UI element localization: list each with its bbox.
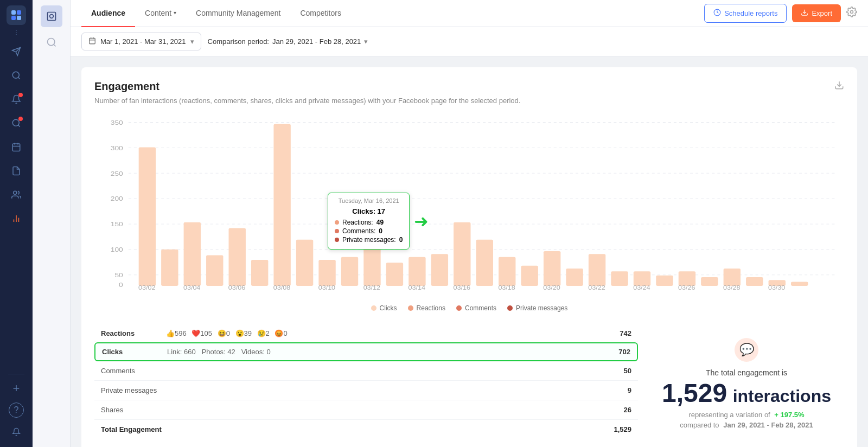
settings-button[interactable]: [846, 7, 857, 20]
sidebar-item-help[interactable]: ?: [9, 403, 24, 418]
private-messages-row: Private messages 9: [94, 381, 638, 400]
panel-icon-page[interactable]: [41, 5, 62, 27]
wow-emoji: 😮: [235, 329, 244, 337]
tab-community[interactable]: Community Management: [186, 0, 290, 27]
comments-row: Comments 50: [94, 361, 638, 381]
svg-text:03/26: 03/26: [678, 284, 695, 291]
export-button[interactable]: Export: [792, 4, 841, 22]
tab-competitors[interactable]: Competitors: [290, 0, 350, 27]
sidebar-item-send[interactable]: [7, 42, 26, 61]
svg-text:03/14: 03/14: [409, 284, 426, 291]
svg-rect-51: [273, 124, 290, 286]
content-area: Engagement Number of fan interactions (r…: [71, 56, 868, 447]
legend-private: Private messages: [507, 304, 567, 312]
svg-text:03/30: 03/30: [768, 284, 786, 291]
svg-text:150: 150: [111, 220, 123, 228]
summary-compare: compared to Jan 29, 2021 - Feb 28, 2021: [680, 421, 813, 429]
legend-clicks-label: Clicks: [380, 304, 397, 312]
svg-rect-48: [206, 256, 223, 286]
summary-variation: + 197.5%: [774, 411, 804, 419]
sidebar-item-users[interactable]: [7, 185, 26, 205]
bottom-section: Reactions 👍596 ❤️105 😆0 😮39 😢2 😡0 742: [94, 325, 844, 442]
svg-point-20: [47, 39, 54, 46]
left-panel: [33, 0, 71, 447]
svg-text:0: 0: [119, 281, 123, 289]
date-range-picker[interactable]: Mar 1, 2021 - Mar 31, 2021 ▾: [81, 33, 201, 50]
schedule-icon: [713, 9, 721, 18]
summary-sub: representing a variation of + 197.5%: [688, 411, 804, 419]
sidebar-item-calendar[interactable]: [7, 137, 26, 157]
engagement-chart[interactable]: 350 300 250 200 150 100 50 0: [94, 117, 844, 296]
svg-text:03/22: 03/22: [588, 284, 605, 291]
svg-rect-47: [184, 222, 201, 286]
summary-card: 💬 The total engagement is 1,529 interact…: [649, 325, 844, 442]
svg-rect-46: [161, 250, 178, 286]
sidebar-item-notifications[interactable]: [7, 90, 26, 109]
summary-number: 1,529: [662, 379, 727, 407]
sidebar: ⋮ + ?: [0, 0, 33, 447]
download-chart-button[interactable]: [834, 80, 844, 93]
comments-label: Comments: [101, 367, 624, 375]
chart-title: Engagement: [94, 80, 520, 93]
panel-icon-search[interactable]: [41, 31, 62, 53]
svg-rect-64: [566, 269, 583, 286]
shares-row: Shares 26: [94, 400, 638, 420]
main-content: Audience Content ▾ Community Management …: [71, 0, 868, 447]
sidebar-item-planner[interactable]: [7, 161, 26, 181]
sidebar-item-bell[interactable]: [7, 422, 26, 442]
tooltip-reactions: Reactions: 49: [335, 219, 403, 226]
chart-legend: Clicks Reactions Comments Private messag…: [94, 304, 844, 312]
haha-emoji: 😆: [218, 329, 226, 337]
sidebar-item-explore[interactable]: [7, 113, 26, 133]
svg-text:100: 100: [111, 246, 123, 253]
svg-text:03/24: 03/24: [633, 284, 650, 291]
tooltip-private: Private messages: 0: [335, 236, 403, 244]
sidebar-item-analytics[interactable]: [7, 209, 26, 228]
summary-unit: interactions: [733, 386, 831, 406]
tooltip-arrow: ➜: [414, 213, 429, 230]
total-engagement-row: Total Engagement 1,529: [94, 420, 638, 439]
date-picker-arrow: ▾: [190, 37, 194, 46]
svg-rect-66: [611, 271, 628, 286]
svg-text:03/06: 03/06: [228, 284, 245, 291]
tab-audience[interactable]: Audience: [81, 0, 135, 27]
love-emoji: ❤️: [192, 329, 200, 337]
svg-rect-69: [679, 271, 695, 286]
total-label: Total Engagement: [101, 425, 614, 433]
sidebar-logo[interactable]: [7, 5, 26, 25]
svg-text:200: 200: [111, 195, 123, 203]
svg-point-24: [851, 11, 853, 14]
comparison-period[interactable]: Comparison period: Jan 29, 2021 - Feb 28…: [208, 37, 368, 46]
angry-emoji: 😡: [275, 329, 283, 337]
svg-point-8: [12, 119, 19, 126]
svg-text:03/04: 03/04: [183, 284, 201, 291]
schedule-reports-label: Schedule reports: [724, 9, 777, 17]
schedule-reports-button[interactable]: Schedule reports: [704, 4, 787, 23]
svg-rect-60: [476, 240, 493, 286]
legend-reactions-label: Reactions: [417, 304, 445, 312]
shares-total: 26: [624, 406, 631, 414]
svg-rect-70: [701, 277, 718, 286]
svg-rect-50: [251, 260, 268, 286]
svg-rect-63: [544, 251, 560, 286]
tab-content[interactable]: Content ▾: [135, 0, 186, 27]
svg-line-9: [18, 125, 20, 126]
sidebar-item-add[interactable]: +: [7, 379, 26, 398]
clicks-label: Clicks: [102, 348, 167, 356]
sidebar-item-search[interactable]: [7, 66, 26, 85]
svg-rect-18: [47, 12, 55, 21]
summary-icon: 💬: [735, 338, 758, 362]
legend-comments-label: Comments: [465, 304, 496, 312]
reactions-row: Reactions 👍596 ❤️105 😆0 😮39 😢2 😡0 742: [94, 325, 638, 342]
chart-subtitle: Number of fan interactions (reactions, c…: [94, 96, 520, 106]
export-icon: [801, 9, 808, 18]
svg-rect-10: [12, 144, 20, 151]
svg-rect-61: [499, 257, 515, 286]
sidebar-dots: ⋮: [14, 29, 19, 35]
engagement-chart-card: Engagement Number of fan interactions (r…: [81, 67, 857, 447]
svg-line-7: [18, 77, 20, 79]
svg-rect-72: [746, 277, 763, 286]
comparison-arrow: ▾: [364, 37, 368, 46]
svg-rect-57: [409, 257, 425, 286]
svg-rect-65: [589, 254, 605, 286]
